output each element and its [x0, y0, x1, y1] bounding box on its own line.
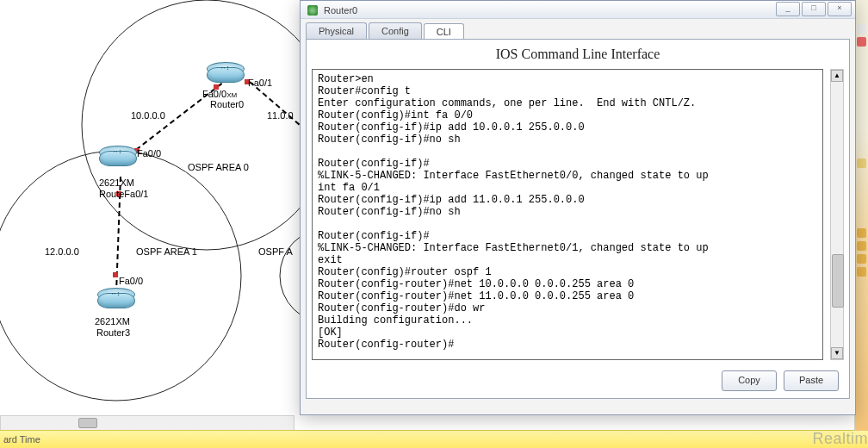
device-label: 2621XM — [95, 316, 130, 327]
interface-label: Fa0/1 — [248, 78, 272, 88]
tab-physical[interactable]: Physical — [306, 22, 367, 39]
status-bar: ard Time — [0, 430, 868, 448]
interface-label: Fa0/0XM — [202, 89, 237, 99]
titlebar[interactable]: Router0 _ □ × — [301, 1, 855, 19]
device-router0[interactable]: ↔↕ — [207, 67, 243, 88]
window-title: Router0 — [324, 5, 357, 16]
subnet-label: 12.0.0.0 — [45, 246, 79, 257]
subnet-label: 11.0.0 — [267, 110, 294, 121]
paste-button[interactable]: Paste — [784, 370, 839, 391]
device-label: 2621XM — [99, 177, 134, 188]
app-icon — [307, 5, 318, 16]
area-label: OSPF A — [258, 246, 293, 257]
device-label: RouteFa0/1 — [99, 189, 148, 199]
device-router3[interactable]: ↔↕ — [97, 293, 133, 314]
scroll-up-icon[interactable]: ▲ — [831, 70, 843, 82]
device-label: Router3 — [96, 327, 130, 338]
maximize-button[interactable]: □ — [802, 2, 826, 16]
horizontal-scrollbar[interactable] — [0, 415, 294, 431]
device-label: Router0 — [210, 99, 244, 109]
interface-label: Fa0/0 — [119, 276, 143, 286]
svg-rect-9 — [113, 272, 118, 277]
minimize-button[interactable]: _ — [776, 2, 800, 16]
scroll-down-icon[interactable]: ▼ — [831, 347, 843, 359]
tab-config[interactable]: Config — [369, 22, 422, 39]
area-label: OSPF AREA 1 — [136, 246, 197, 257]
copy-button[interactable]: Copy — [722, 370, 777, 391]
close-button[interactable]: × — [828, 2, 852, 16]
right-toolbar[interactable] — [854, 0, 868, 431]
area-label: OSPF AREA 0 — [188, 162, 249, 172]
mode-indicator: Realtim — [812, 430, 868, 448]
device-config-window[interactable]: Router0 _ □ × Physical Config CLI IOS Co… — [300, 0, 856, 415]
interface-label: Fa0/0 — [137, 148, 161, 159]
tab-bar: Physical Config CLI — [301, 19, 855, 39]
subnet-label: 10.0.0.0 — [131, 110, 165, 121]
status-text: ard Time — [3, 434, 40, 445]
cli-heading: IOS Command Line Interface — [312, 47, 844, 62]
device-router1[interactable]: ↔↕ — [99, 151, 135, 171]
scrollbar-thumb[interactable] — [78, 418, 97, 428]
cli-terminal[interactable]: Router>en Router#config t Enter configur… — [312, 69, 823, 360]
scrollbar-thumb[interactable] — [832, 254, 844, 308]
cli-panel: IOS Command Line Interface Router>en Rou… — [306, 39, 850, 399]
tab-cli[interactable]: CLI — [424, 23, 464, 40]
terminal-scrollbar[interactable]: ▲ ▼ — [830, 69, 844, 360]
